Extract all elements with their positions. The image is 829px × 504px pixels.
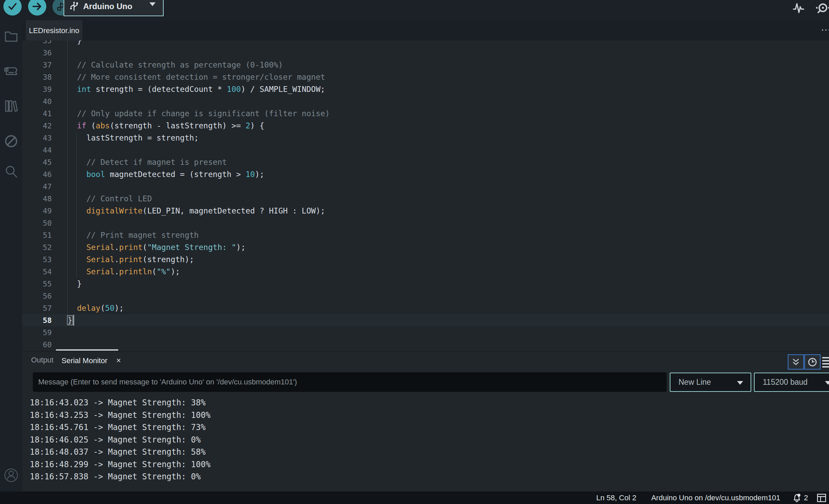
line-number: 41 bbox=[22, 109, 56, 118]
code-line[interactable]: 55 } bbox=[22, 278, 829, 290]
line-number: 35 bbox=[22, 41, 56, 45]
serial-output-line: 18:16:46.025 -> Magnet Strength: 0% bbox=[30, 435, 821, 448]
baud-rate-select[interactable]: 115200 baud bbox=[754, 373, 829, 392]
code-line[interactable]: 45 // Detect if magnet is present bbox=[22, 156, 829, 168]
code-text: digitalWrite(LED_PIN, magnetDetected ? H… bbox=[56, 206, 325, 215]
line-number: 49 bbox=[22, 207, 56, 215]
line-number: 44 bbox=[22, 146, 56, 154]
tab-output[interactable]: Output bbox=[31, 356, 53, 364]
code-line[interactable]: 51 // Print magnet strength bbox=[22, 229, 829, 241]
account-button[interactable] bbox=[4, 468, 19, 483]
arrow-right-icon bbox=[32, 1, 43, 11]
line-number: 46 bbox=[22, 170, 56, 179]
serial-monitor-button[interactable] bbox=[813, 2, 829, 17]
code-text: if (abs(strength - lastStrength) >= 2) { bbox=[56, 121, 264, 130]
horizontal-scrollbar-thumb[interactable] bbox=[56, 349, 118, 351]
code-line[interactable]: 50 bbox=[22, 217, 829, 229]
usb-icon bbox=[70, 1, 78, 12]
code-text: // More consistent detection = stronger/… bbox=[56, 73, 325, 81]
serial-message-input[interactable]: Message (Enter to send message to 'Ardui… bbox=[33, 372, 667, 392]
code-line[interactable]: 36 bbox=[22, 47, 829, 59]
serial-plotter-button[interactable] bbox=[792, 2, 805, 16]
code-text: Serial.print(strength); bbox=[56, 255, 194, 264]
sidebar-item-debug[interactable] bbox=[4, 134, 19, 149]
line-number: 52 bbox=[22, 243, 56, 252]
code-line[interactable]: 60 bbox=[22, 338, 829, 351]
serial-output-line: 18:16:48.037 -> Magnet Strength: 58% bbox=[30, 447, 821, 460]
cursor-position[interactable]: Ln 58, Col 2 bbox=[596, 494, 637, 502]
sidebar-item-search[interactable] bbox=[4, 164, 19, 179]
tab-label: LEDresistor.ino bbox=[29, 26, 79, 35]
serial-monitor-output[interactable]: 18:16:43.023 -> Magnet Strength: 38%18:1… bbox=[30, 398, 821, 484]
line-number: 47 bbox=[22, 182, 56, 191]
code-line[interactable]: 42 if (abs(strength - lastStrength) >= 2… bbox=[22, 120, 829, 132]
code-line[interactable]: 41 // Only update if change is significa… bbox=[22, 107, 829, 120]
code-line[interactable]: 56 bbox=[22, 290, 829, 302]
chevron-down-icon bbox=[149, 2, 156, 12]
editor-more-actions[interactable]: ⋯ bbox=[821, 24, 829, 35]
panel-options-button[interactable] bbox=[822, 357, 829, 368]
line-number: 57 bbox=[22, 304, 56, 312]
verify-button[interactable] bbox=[3, 0, 22, 16]
code-text: } bbox=[56, 41, 82, 45]
code-line[interactable]: 57 delay(50); bbox=[22, 302, 829, 314]
line-number: 40 bbox=[22, 97, 56, 106]
line-number: 45 bbox=[22, 158, 56, 167]
upload-button[interactable] bbox=[28, 0, 46, 16]
code-text: // Only update if change is significant … bbox=[56, 109, 330, 118]
code-line[interactable]: 52 Serial.print("Magnet Strength: "); bbox=[22, 241, 829, 253]
close-icon[interactable]: × bbox=[116, 356, 121, 365]
code-line[interactable]: 49 digitalWrite(LED_PIN, magnetDetected … bbox=[22, 205, 829, 217]
code-line[interactable]: 53 Serial.print(strength); bbox=[22, 253, 829, 266]
code-text: bool magnetDetected = (strength > 10); bbox=[56, 170, 264, 179]
code-line[interactable]: 54 Serial.println("%"); bbox=[22, 266, 829, 278]
board-port-status[interactable]: Arduino Uno on /dev/cu.usbmodem101 bbox=[651, 494, 780, 502]
code-line[interactable]: 59 bbox=[22, 326, 829, 338]
chevron-down-icon bbox=[825, 381, 829, 385]
top-toolbar: Arduino Uno bbox=[0, 0, 829, 20]
tab-ledresistor-ino[interactable]: LEDresistor.ino bbox=[26, 20, 82, 41]
line-number: 36 bbox=[22, 49, 56, 57]
status-bar: Ln 58, Col 2 Arduino Uno on /dev/cu.usbm… bbox=[0, 492, 829, 504]
code-line[interactable]: 35 } bbox=[22, 41, 829, 47]
code-text: delay(50); bbox=[56, 304, 124, 312]
clock-icon bbox=[807, 357, 818, 367]
line-number: 48 bbox=[22, 195, 56, 203]
arduino-ide-window: Arduino Uno bbox=[0, 0, 829, 504]
code-line[interactable]: 38 // More consistent detection = strong… bbox=[22, 71, 829, 83]
sidebar-item-boards-manager[interactable] bbox=[4, 64, 19, 78]
library-books-icon bbox=[4, 98, 19, 114]
timestamp-toggle[interactable] bbox=[804, 354, 821, 370]
editor-tabbar: LEDresistor.ino ⋯ bbox=[22, 20, 829, 41]
code-line[interactable]: 44 bbox=[22, 144, 829, 156]
options-icon bbox=[822, 357, 829, 358]
line-ending-select[interactable]: New Line bbox=[670, 373, 751, 392]
sidebar-item-sketchbook[interactable] bbox=[4, 29, 19, 44]
code-line[interactable]: 39 int strength = (detectedCount * 100) … bbox=[22, 83, 829, 95]
notifications-button[interactable]: 2 bbox=[792, 493, 808, 503]
line-number: 56 bbox=[22, 292, 56, 300]
code-line[interactable]: 43 lastStrength = strength; bbox=[22, 132, 829, 144]
toggle-panel-button[interactable] bbox=[817, 494, 826, 502]
checkmark-icon bbox=[7, 1, 18, 11]
sidebar-item-library-manager[interactable] bbox=[4, 98, 19, 113]
line-number: 43 bbox=[22, 134, 56, 142]
scroll-to-bottom-toggle[interactable] bbox=[788, 354, 804, 370]
code-text: Serial.println("%"); bbox=[56, 267, 180, 276]
code-line[interactable]: 37 // Calculate strength as percentage (… bbox=[22, 59, 829, 71]
code-line[interactable]: 46 bool magnetDetected = (strength > 10)… bbox=[22, 168, 829, 180]
code-text: // Detect if magnet is present bbox=[56, 158, 227, 167]
code-line[interactable]: 40 bbox=[22, 95, 829, 107]
code-line[interactable]: 58} bbox=[22, 314, 829, 326]
board-selector[interactable]: Arduino Uno bbox=[64, 0, 164, 16]
line-number: 59 bbox=[22, 328, 56, 337]
serial-monitor-icon bbox=[813, 2, 829, 16]
line-number: 60 bbox=[22, 341, 56, 349]
serial-output-line: 18:16:57.838 -> Magnet Strength: 0% bbox=[30, 472, 821, 484]
code-line[interactable]: 47 bbox=[22, 180, 829, 193]
line-number: 42 bbox=[22, 122, 56, 130]
notification-count: 2 bbox=[804, 494, 808, 502]
code-line[interactable]: 48 // Control LED bbox=[22, 193, 829, 205]
tab-serial-monitor[interactable]: Serial Monitor× bbox=[62, 356, 121, 365]
code-editor[interactable]: 35 }3637 // Calculate strength as percen… bbox=[22, 41, 829, 351]
